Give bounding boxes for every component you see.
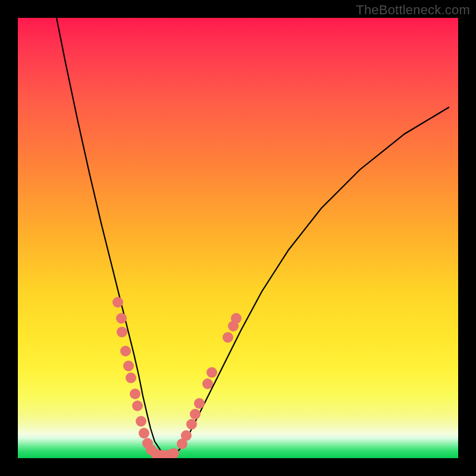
watermark-text: TheBottleneck.com xyxy=(356,2,470,18)
data-dot xyxy=(186,419,197,430)
data-dot xyxy=(132,400,143,411)
data-dot xyxy=(130,389,140,399)
data-dot xyxy=(112,297,123,308)
data-dot xyxy=(126,372,136,383)
data-dot xyxy=(206,367,217,378)
data-dots-group xyxy=(112,297,242,458)
data-dot xyxy=(231,313,242,324)
data-dot xyxy=(190,409,201,419)
data-dot xyxy=(123,361,134,371)
data-dot xyxy=(168,448,179,458)
bottleneck-curve xyxy=(57,18,449,455)
data-dot xyxy=(194,398,205,409)
plot-area xyxy=(18,18,458,458)
data-dot xyxy=(139,428,149,439)
data-dot xyxy=(181,430,192,441)
data-dot xyxy=(136,416,146,427)
data-dot xyxy=(223,332,233,343)
data-dot xyxy=(120,346,131,356)
data-dot xyxy=(202,378,213,389)
data-dot xyxy=(117,327,127,337)
data-dot xyxy=(116,313,127,324)
chart-frame: TheBottleneck.com xyxy=(0,0,476,476)
bottleneck-curve-svg xyxy=(18,18,458,458)
